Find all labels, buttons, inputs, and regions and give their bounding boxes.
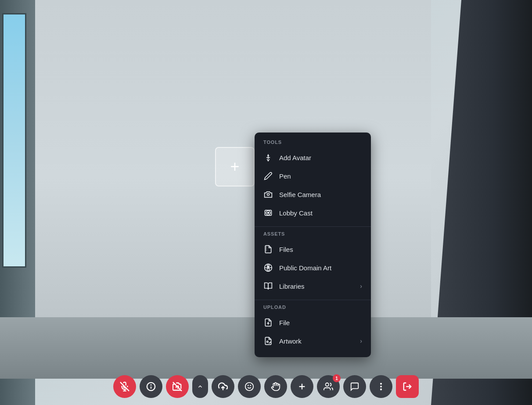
svg-point-29 xyxy=(381,386,381,387)
chevron-up-icon xyxy=(197,383,203,390)
selfie-camera-label: Selfie Camera xyxy=(279,191,362,198)
globe-icon xyxy=(263,263,273,272)
libraries-label: Libraries xyxy=(279,283,354,290)
share-screen-icon xyxy=(218,382,228,391)
camera-off-button[interactable] xyxy=(166,375,189,398)
mic-mute-button[interactable] xyxy=(113,375,136,398)
camera-expand-button[interactable] xyxy=(192,375,208,398)
menu-item-public-domain-art[interactable]: Public Domain Art xyxy=(255,258,371,277)
menu-item-libraries[interactable]: Libraries › xyxy=(255,277,371,295)
divider-2 xyxy=(255,300,371,300)
people-badge: 1 xyxy=(333,374,341,382)
more-button[interactable] xyxy=(370,375,392,398)
pen-label: Pen xyxy=(279,172,362,180)
svg-point-28 xyxy=(381,383,381,384)
emoji-button[interactable] xyxy=(238,375,261,398)
mic-mute-icon xyxy=(120,382,129,391)
add-button[interactable] xyxy=(291,375,313,398)
svg-point-22 xyxy=(245,383,253,391)
upload-section-label: Upload xyxy=(255,305,371,313)
context-menu: Tools Add Avatar Pen xyxy=(255,133,371,357)
hand-icon xyxy=(271,382,280,391)
svg-point-5 xyxy=(267,212,270,214)
info-icon xyxy=(146,382,156,391)
people-button[interactable]: 1 xyxy=(317,375,340,398)
menu-item-selfie-camera[interactable]: Selfie Camera xyxy=(255,185,371,204)
svg-line-3 xyxy=(268,159,270,161)
assets-section-label: Assets xyxy=(255,231,371,240)
scene-window xyxy=(2,13,26,268)
divider-1 xyxy=(255,226,371,227)
person-icon xyxy=(263,153,273,162)
people-icon xyxy=(324,382,333,391)
chat-button[interactable] xyxy=(343,375,366,398)
artwork-label: Artwork xyxy=(279,337,354,345)
menu-item-add-avatar[interactable]: Add Avatar xyxy=(255,148,371,167)
toolbar: 1 xyxy=(113,375,419,398)
hand-button[interactable] xyxy=(264,375,287,398)
exit-icon xyxy=(403,382,412,391)
svg-point-12 xyxy=(267,341,268,342)
more-icon xyxy=(376,382,386,391)
exit-button[interactable] xyxy=(396,375,419,398)
libraries-chevron-icon: › xyxy=(360,283,362,290)
add-avatar-label: Add Avatar xyxy=(279,154,362,161)
svg-point-30 xyxy=(381,389,381,390)
menu-item-pen[interactable]: Pen xyxy=(255,167,371,185)
svg-point-27 xyxy=(326,383,329,386)
tools-section-label: Tools xyxy=(255,140,371,148)
lobby-cast-label: Lobby Cast xyxy=(279,209,362,217)
menu-item-file-upload[interactable]: File xyxy=(255,313,371,332)
menu-item-artwork[interactable]: Artwork › xyxy=(255,332,371,350)
plus-icon: + xyxy=(230,159,239,175)
svg-point-10 xyxy=(267,265,269,267)
chat-icon xyxy=(350,382,359,391)
pen-icon xyxy=(263,171,273,181)
book-icon xyxy=(263,281,273,291)
svg-rect-8 xyxy=(265,246,266,251)
plus-icon xyxy=(297,382,307,391)
file-upload-label: File xyxy=(279,319,362,326)
camera-off-icon xyxy=(173,382,182,391)
svg-point-4 xyxy=(267,194,270,196)
share-screen-button[interactable] xyxy=(212,375,234,398)
files-icon xyxy=(263,244,273,254)
emoji-icon xyxy=(244,382,254,391)
artwork-chevron-icon: › xyxy=(360,337,362,344)
svg-line-19 xyxy=(173,382,182,391)
artwork-icon xyxy=(263,336,273,346)
menu-item-files[interactable]: Files xyxy=(255,240,371,258)
files-label: Files xyxy=(279,246,362,253)
public-domain-art-label: Public Domain Art xyxy=(279,264,362,272)
info-button[interactable] xyxy=(140,375,162,398)
camera-icon xyxy=(263,190,273,199)
add-object-button[interactable]: + xyxy=(215,147,255,186)
menu-item-lobby-cast[interactable]: Lobby Cast xyxy=(255,204,371,222)
cast-icon xyxy=(263,208,273,218)
upload-file-icon xyxy=(263,318,273,327)
